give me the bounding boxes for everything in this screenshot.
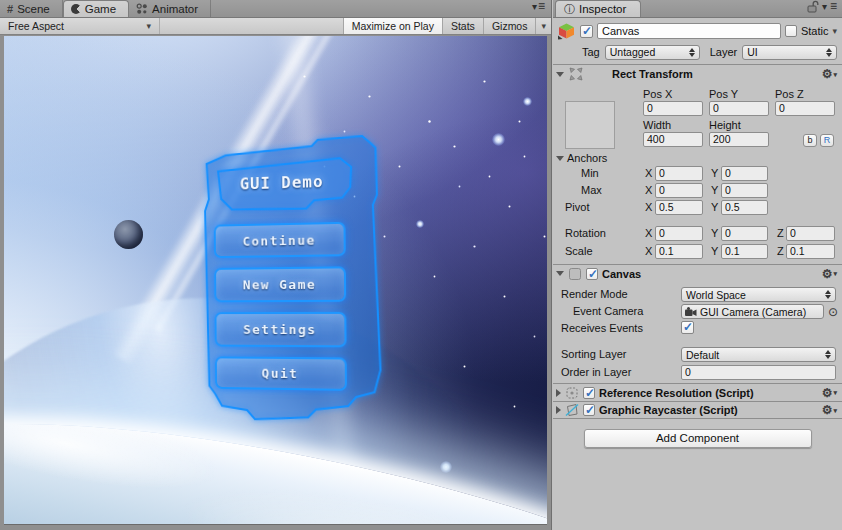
pos-x-field[interactable]: 0 <box>643 101 703 116</box>
x-axis-label: X <box>645 184 652 196</box>
rotation-label: Rotation <box>565 227 606 239</box>
gizmos-caret-button[interactable]: ▾ <box>535 18 551 34</box>
tab-scene[interactable]: # Scene <box>0 0 63 17</box>
y-axis-label: Y <box>711 245 718 257</box>
static-label: Static <box>801 25 829 37</box>
tag-dropdown[interactable]: Untagged <box>605 45 700 60</box>
gameobject-name-field[interactable]: Canvas <box>597 23 781 39</box>
tab-scene-label: Scene <box>17 3 50 15</box>
canvas-component-header[interactable]: Canvas ⚙▾ <box>553 264 842 282</box>
layer-dropdown[interactable]: UI <box>742 45 837 60</box>
x-axis-label: X <box>645 201 652 213</box>
object-picker-icon[interactable]: ⊙ <box>828 306 838 318</box>
pivot-x-field[interactable]: 0.5 <box>655 200 703 215</box>
sorting-layer-dropdown[interactable]: Default <box>681 347 836 362</box>
tab-inspector[interactable]: ⓘ Inspector <box>555 0 641 17</box>
sorting-layer-label: Sorting Layer <box>561 348 626 360</box>
rotation-x-field[interactable]: 0 <box>655 226 703 241</box>
tab-game[interactable]: Game <box>63 0 129 17</box>
static-checkbox[interactable] <box>785 25 797 37</box>
rect-transform-header[interactable]: Rect Transform ⚙▾ <box>553 65 842 83</box>
tab-animator-label: Animator <box>152 3 198 15</box>
gameobject-cube-icon[interactable] <box>557 22 576 40</box>
maximize-on-play-button[interactable]: Maximize on Play <box>343 18 442 34</box>
new-game-button[interactable]: New Game <box>214 266 346 302</box>
x-axis-label: X <box>645 167 652 179</box>
gizmos-button[interactable]: Gizmos <box>483 18 536 34</box>
anchors-label: Anchors <box>567 152 607 164</box>
dock-options[interactable]: ▾≡ <box>532 0 551 17</box>
game-view-pane: # Scene Game Animator ▾≡ Free Aspect ▾ M… <box>0 0 552 530</box>
moon <box>114 220 143 249</box>
stats-label: Stats <box>451 20 475 32</box>
tab-animator[interactable]: Animator <box>129 0 211 17</box>
updown-arrows-icon <box>821 290 831 299</box>
graphic-raycaster-icon <box>565 403 579 417</box>
anchor-max-y-field[interactable]: 0 <box>721 183 768 198</box>
bright-star <box>523 97 532 106</box>
x-axis-label: X <box>645 227 652 239</box>
caret-icon[interactable]: ▾ <box>822 1 827 12</box>
anchors-foldout-icon[interactable] <box>556 156 564 161</box>
add-component-button[interactable]: Add Component <box>584 429 812 448</box>
foldout-icon[interactable] <box>556 271 564 276</box>
pivot-y-field[interactable]: 0.5 <box>721 200 768 215</box>
gameobject-enabled-checkbox[interactable] <box>580 25 593 38</box>
updown-arrows-icon <box>821 350 831 359</box>
info-icon: ⓘ <box>564 2 575 17</box>
anchor-min-y-field[interactable]: 0 <box>721 166 768 181</box>
foldout-icon[interactable] <box>556 72 564 77</box>
aspect-dropdown[interactable]: Free Aspect ▾ <box>0 18 160 34</box>
pivot-label: Pivot <box>565 201 589 213</box>
gear-icon[interactable]: ⚙▾ <box>822 404 837 416</box>
render-mode-dropdown[interactable]: World Space <box>681 287 836 302</box>
foldout-icon[interactable] <box>556 406 561 414</box>
y-axis-label: Y <box>711 201 718 213</box>
gear-icon[interactable]: ⚙▾ <box>822 268 837 280</box>
gameobject-header: Canvas Static ▾ Tag Untagged Layer UI <box>553 18 842 65</box>
reference-resolution-enabled-checkbox[interactable] <box>583 387 595 399</box>
settings-button[interactable]: Settings <box>215 312 347 347</box>
gear-icon[interactable]: ⚙▾ <box>822 387 837 399</box>
menu-icon: ≡ <box>538 0 545 13</box>
scale-label: Scale <box>565 245 593 257</box>
order-in-layer-field[interactable]: 0 <box>681 365 836 380</box>
anchor-max-x-field[interactable]: 0 <box>655 183 703 198</box>
quit-button[interactable]: Quit <box>215 356 347 391</box>
pos-z-label: Pos Z <box>775 88 804 100</box>
gear-icon[interactable]: ⚙▾ <box>822 68 837 80</box>
lock-icon[interactable] <box>807 0 819 13</box>
graphic-raycaster-header[interactable]: Graphic Raycaster (Script) ⚙▾ <box>553 401 842 419</box>
blueprint-mode-button[interactable]: b <box>803 134 817 147</box>
rotation-z-field[interactable]: 0 <box>786 226 835 241</box>
static-caret-icon[interactable]: ▾ <box>832 26 837 36</box>
width-label: Width <box>643 119 671 131</box>
scale-y-field[interactable]: 0.1 <box>721 244 768 259</box>
scale-x-field[interactable]: 0.1 <box>655 244 703 259</box>
receives-events-checkbox[interactable] <box>681 321 694 334</box>
foldout-icon[interactable] <box>556 389 561 397</box>
menu-icon[interactable]: ≡ <box>830 0 837 13</box>
canvas-enabled-checkbox[interactable] <box>586 268 598 280</box>
pos-y-field[interactable]: 0 <box>709 101 769 116</box>
stats-button[interactable]: Stats <box>442 18 483 34</box>
anchor-min-x-field[interactable]: 0 <box>655 166 703 181</box>
pos-z-field[interactable]: 0 <box>775 101 835 116</box>
tab-game-label: Game <box>85 3 116 15</box>
dock-tabbar: # Scene Game Animator ▾≡ <box>0 0 551 18</box>
continue-button[interactable]: Continue <box>214 222 346 258</box>
event-camera-object-field[interactable]: GUI Camera (Camera) <box>681 304 824 319</box>
reference-resolution-header[interactable]: Reference Resolution (Script) ⚙▾ <box>553 383 842 401</box>
height-field[interactable]: 200 <box>709 132 769 147</box>
inspector-tabbar: ⓘ Inspector ▾≡ <box>553 0 842 18</box>
graphic-raycaster-enabled-checkbox[interactable] <box>583 404 595 416</box>
render-mode-label: Render Mode <box>561 288 628 300</box>
z-axis-label: Z <box>777 245 784 257</box>
scale-z-field[interactable]: 0.1 <box>786 244 835 259</box>
width-field[interactable]: 400 <box>643 132 703 147</box>
raw-mode-button[interactable]: R <box>820 134 834 147</box>
x-axis-label: X <box>645 245 652 257</box>
rotation-y-field[interactable]: 0 <box>721 226 768 241</box>
render-mode-value: World Space <box>686 289 746 301</box>
menu-title: GUI Demo <box>212 161 352 203</box>
